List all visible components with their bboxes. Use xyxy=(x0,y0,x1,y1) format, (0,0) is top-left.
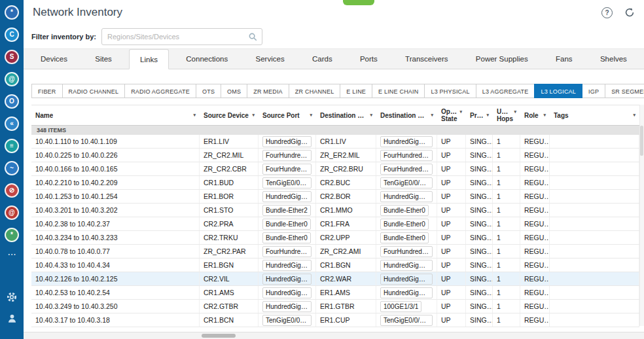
subtab-oms[interactable]: OMS xyxy=(221,84,247,98)
subtab-zr-media[interactable]: ZR MEDIA xyxy=(247,84,289,98)
subtab-l3-aggregate[interactable]: L3 AGGREGATE xyxy=(476,84,535,98)
table-row[interactable]: 10.40.2.53 to 10.40.2.54CR1.AMSHundredGi… xyxy=(31,286,639,300)
tab-ports[interactable]: Ports xyxy=(349,49,388,69)
table-row[interactable]: 10.40.4.33 to 10.40.4.34ER1.BGNHundredGi… xyxy=(31,259,639,272)
table-row[interactable]: 10.40.3.17 to 10.40.3.18CR1.BCNTenGigE0/… xyxy=(31,313,639,327)
sort-filter-caret-icon[interactable]: ▾ xyxy=(514,109,516,115)
search-button[interactable] xyxy=(243,29,262,45)
column-header-protec[interactable]: Protec…▾ xyxy=(466,105,493,125)
app-icon-teal-swirl[interactable]: @ xyxy=(5,72,19,86)
app-icon-layers[interactable]: ≡ xyxy=(5,139,19,153)
subtab-sr-segment[interactable]: SR SEGMENT xyxy=(605,84,644,98)
table-row[interactable]: 10.40.1.253 to 10.40.1.254ER1.BORHundred… xyxy=(31,190,639,204)
cell-source_port: TenGigE0/0/3/6 xyxy=(259,313,316,327)
vertical-scrollbar[interactable] xyxy=(639,105,644,326)
subtab-e-line-chain[interactable]: E LINE CHAIN xyxy=(372,84,425,98)
column-header-destination-port[interactable]: Destination Port▾ xyxy=(376,105,437,125)
column-header-top: Operat…▾ xyxy=(441,108,462,115)
table-row[interactable]: 10.40.1.110 to 10.40.1.109ER1.LIVHundred… xyxy=(31,135,639,149)
table-row[interactable]: 10.40.2.38 to 10.40.2.37CR2.PRABundle-Et… xyxy=(31,217,639,231)
sort-filter-caret-icon[interactable]: ▾ xyxy=(486,113,489,118)
tab-shelves[interactable]: Shelves xyxy=(590,49,637,69)
subtab-e-line[interactable]: E LINE xyxy=(340,84,372,98)
app-icon-wave-chart[interactable]: ~ xyxy=(5,161,19,175)
app-icon-red-swirl-glyph: @ xyxy=(9,209,15,216)
table-row[interactable]: 10.40.3.249 to 10.40.3.250CR2.GTBRHundre… xyxy=(31,300,639,313)
cell-tags xyxy=(550,245,639,258)
subtab-ots[interactable]: OTS xyxy=(196,84,221,98)
sort-filter-caret-icon[interactable]: ▾ xyxy=(459,109,462,115)
subtab-l3-physical[interactable]: L3 PHYSICAL xyxy=(424,84,476,98)
column-label: Source Port xyxy=(262,112,300,119)
app-icon-striped-circle[interactable]: ⊘ xyxy=(5,183,19,198)
tab-fans[interactable]: Fans xyxy=(545,49,583,69)
subtab-radio-channel[interactable]: RADIO CHANNEL xyxy=(62,84,126,98)
more-apps-button[interactable]: ⋯ xyxy=(8,251,16,258)
settings-button[interactable] xyxy=(5,291,18,304)
sort-filter-caret-icon[interactable]: ▾ xyxy=(193,113,196,118)
app-icon-red-swirl[interactable]: @ xyxy=(5,205,19,220)
tab-sites[interactable]: Sites xyxy=(84,49,122,69)
cell-source_port: FourHundredGig… xyxy=(259,162,316,175)
refresh-button[interactable] xyxy=(624,7,635,18)
cell-source_port: Bundle-Ether2 xyxy=(259,204,316,217)
tab-cards[interactable]: Cards xyxy=(302,49,343,69)
column-header-underl[interactable]: Underl…▾Hops xyxy=(493,105,520,125)
toast-partial[interactable] xyxy=(343,0,374,5)
sort-filter-caret-icon[interactable]: ▾ xyxy=(543,113,546,118)
vertical-scrollbar-thumb[interactable] xyxy=(640,126,643,156)
table-row[interactable]: 10.40.2.210 to 10.40.2.209CR1.BUDTenGigE… xyxy=(31,176,639,190)
app-icon-chat-bubble[interactable]: « xyxy=(5,116,19,131)
app-icon-blue-globe[interactable]: O xyxy=(5,94,19,109)
tab-devices[interactable]: Devices xyxy=(30,49,78,69)
column-header-source-port[interactable]: Source Port▾ xyxy=(259,105,316,125)
cell-destination_device: CR1.LIV xyxy=(316,135,376,148)
table-row[interactable]: 10.40.0.78 to 10.40.0.77ZR_CR2.PARFourHu… xyxy=(31,245,639,259)
column-header-source-device[interactable]: Source Device▾ xyxy=(200,105,259,125)
sort-filter-caret-icon[interactable]: ▾ xyxy=(310,113,312,118)
tab-links[interactable]: Links xyxy=(129,49,169,69)
table-row[interactable]: 10.40.2.126 to 10.40.2.125CR2.VILHundred… xyxy=(31,272,639,286)
table-row[interactable]: 10.40.0.225 to 10.40.0.226ZR_CR2.MILFour… xyxy=(31,149,639,162)
cell-role: REGU… xyxy=(520,286,550,299)
column-header-role[interactable]: Role▾ xyxy=(520,105,550,125)
header-actions: ? xyxy=(601,7,635,18)
column-header-operat[interactable]: Operat…▾State xyxy=(437,105,466,125)
search-input[interactable] xyxy=(102,33,243,41)
column-header-tags[interactable]: Tags▾ xyxy=(550,105,639,125)
tab-connections[interactable]: Connections xyxy=(175,49,238,69)
sort-filter-caret-icon[interactable]: ▾ xyxy=(633,113,635,118)
horizontal-scrollbar[interactable] xyxy=(24,332,644,339)
subtab-igp[interactable]: IGP xyxy=(582,84,605,98)
subtab-l3-logical[interactable]: L3 LOGICAL xyxy=(534,84,582,98)
table-row[interactable]: 10.40.0.166 to 10.40.0.165ZR_CR2.CBRFour… xyxy=(31,162,639,176)
subtab-radio-aggregate[interactable]: RADIO AGGREGATE xyxy=(124,84,196,98)
tab-transceivers[interactable]: Transceivers xyxy=(395,49,458,69)
cell-underlay_hops: 1 xyxy=(493,313,520,327)
app-icon-network-globe[interactable]: * xyxy=(5,5,19,20)
column-header-destination-device[interactable]: Destination Device▾ xyxy=(316,105,376,125)
column-label: Operat… xyxy=(441,108,457,115)
column-label-line2: Hops xyxy=(497,115,516,122)
app-icon-c-logo[interactable]: C xyxy=(5,27,19,42)
app-icon-striped-circle-glyph: ⊘ xyxy=(9,187,14,194)
tab-power-supplies[interactable]: Power Supplies xyxy=(465,49,539,69)
sort-filter-caret-icon[interactable]: ▾ xyxy=(431,113,433,118)
app-icon-green-leaf-glyph: * xyxy=(10,232,13,238)
column-header-name[interactable]: Name▾ xyxy=(31,105,200,125)
subtab-fiber[interactable]: FIBER xyxy=(31,84,63,98)
sort-filter-caret-icon[interactable]: ▾ xyxy=(370,113,372,118)
app-icon-shql-badge[interactable]: S xyxy=(5,50,19,64)
horizontal-scrollbar-thumb[interactable] xyxy=(202,334,236,338)
port-chip: HundredGigE0/0… xyxy=(262,287,312,298)
subtab-zr-channel[interactable]: ZR CHANNEL xyxy=(289,84,341,98)
cell-underlay_hops: 1 xyxy=(493,231,520,244)
help-button[interactable]: ? xyxy=(601,7,613,18)
sort-filter-caret-icon[interactable]: ▾ xyxy=(252,113,255,118)
table-row[interactable]: 10.40.3.201 to 10.40.3.202CR1.STOBundle-… xyxy=(31,204,639,217)
table-row[interactable]: 10.40.3.234 to 10.40.3.233CR2.TRKUBundle… xyxy=(31,231,639,245)
app-icon-green-leaf[interactable]: * xyxy=(5,228,19,242)
tab-services[interactable]: Services xyxy=(245,49,295,69)
profile-button[interactable] xyxy=(5,312,18,325)
app-icon-c-logo-glyph: C xyxy=(9,31,14,38)
